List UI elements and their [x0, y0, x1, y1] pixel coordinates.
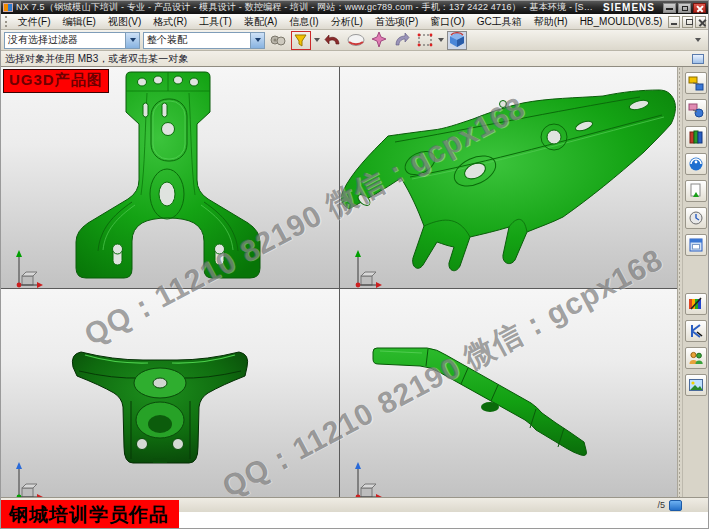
window-title: NX 7.5（钢城模山下培训 - 专业 - 产品设计 - 模具设计 - 数控编程… [16, 1, 599, 14]
snap-point-icon[interactable] [268, 31, 288, 50]
class-selection-icon[interactable] [291, 31, 311, 50]
part-navigator-icon[interactable] [685, 126, 707, 148]
status-page-indicator: /5 [657, 500, 665, 510]
chevron-down-icon[interactable] [125, 33, 139, 48]
toolbar-options-icon[interactable] [695, 38, 701, 42]
menu-hb-mould[interactable]: HB_MOULD(V8.5) [574, 15, 669, 28]
internet-explorer-icon[interactable] [685, 153, 707, 175]
nx-application-window: NX 7.5（钢城模山下培训 - 专业 - 产品设计 - 模具设计 - 数控编程… [0, 0, 709, 529]
menu-information[interactable]: 信息(I) [283, 14, 324, 30]
history-icon[interactable] [685, 207, 707, 229]
undo-icon[interactable] [323, 31, 343, 50]
viewport-grid: QQ：11210 82190 微信：gcpx168 QQ：11210 82190… [1, 67, 677, 497]
viewport-isometric[interactable] [340, 67, 677, 288]
menu-format[interactable]: 格式(R) [147, 14, 193, 30]
resource-bar [683, 67, 708, 497]
child-restore-icon[interactable] [682, 16, 693, 28]
type-filter-value: 没有选择过滤器 [5, 33, 125, 47]
selection-scope-combo[interactable]: 整个装配 [143, 32, 265, 49]
nx-app-icon [3, 3, 13, 12]
menu-view[interactable]: 视图(V) [102, 14, 147, 30]
model-top-view[interactable] [1, 289, 339, 497]
chevron-down-icon[interactable] [438, 38, 444, 42]
menu-analysis[interactable]: 分析(L) [325, 14, 369, 30]
restore-icon[interactable] [678, 3, 691, 13]
nx-tray-icon[interactable] [669, 500, 682, 511]
dialog-rail-icon[interactable] [692, 54, 704, 64]
csys-triad-icon [9, 247, 45, 288]
reuse-library-icon[interactable] [685, 180, 707, 202]
child-close-icon[interactable] [695, 16, 706, 28]
menu-assemblies[interactable]: 装配(A) [238, 14, 283, 30]
constraint-navigator-icon[interactable] [685, 99, 707, 121]
menu-file[interactable]: 文件(F) [12, 14, 57, 30]
csys-triad-icon [9, 459, 45, 497]
cue-text: 选择对象并使用 MB3，或者双击某一对象 [5, 52, 692, 66]
menu-gc-toolbox[interactable]: GC工具箱 [471, 14, 528, 30]
csys-triad-icon [348, 247, 384, 288]
system-scenes-icon[interactable] [685, 234, 707, 256]
rectangle-select-icon[interactable] [415, 31, 435, 50]
close-icon[interactable] [693, 3, 706, 13]
bent-arrow-icon[interactable] [392, 31, 412, 50]
viewport-side[interactable] [340, 289, 677, 497]
menu-window[interactable]: 窗口(O) [424, 14, 470, 30]
palette-icon[interactable] [685, 293, 707, 315]
annotation-student-work-label: 钢城培训学员作品 [1, 500, 179, 529]
child-minimize-icon[interactable] [668, 16, 679, 28]
minimize-icon[interactable] [663, 3, 676, 13]
assembly-navigator-icon[interactable] [685, 72, 707, 94]
menu-edit[interactable]: 编辑(E) [57, 14, 102, 30]
model-isometric-view[interactable] [340, 67, 677, 288]
model-front-view[interactable] [1, 67, 339, 288]
annotation-ug3d-label: UG3D产品图 [3, 69, 109, 93]
selection-toolbar: 没有选择过滤器 整个装配 [1, 30, 708, 51]
viewport-top[interactable] [1, 289, 339, 497]
graphics-area: QQ：11210 82190 微信：gcpx168 QQ：11210 82190… [1, 67, 708, 497]
customize-icon[interactable] [685, 320, 707, 342]
cue-line: 选择对象并使用 MB3，或者双击某一对象 [1, 51, 708, 67]
erase-icon[interactable] [346, 31, 366, 50]
menu-bar: 文件(F) 编辑(E) 视图(V) 格式(R) 工具(T) 装配(A) 信息(I… [1, 14, 708, 30]
menu-help[interactable]: 帮助(H) [528, 14, 574, 30]
roles-icon[interactable] [685, 347, 707, 369]
visualization-image-icon[interactable] [685, 374, 707, 396]
siemens-logo: SIEMENS [603, 2, 655, 13]
chevron-down-icon[interactable] [314, 38, 320, 42]
menu-preferences[interactable]: 首选项(P) [369, 14, 424, 30]
type-filter-combo[interactable]: 没有选择过滤器 [4, 32, 140, 49]
selection-scope-value: 整个装配 [144, 33, 250, 47]
csys-triad-icon [348, 459, 384, 497]
shaded-view-icon[interactable] [447, 31, 467, 50]
viewport-front[interactable] [1, 67, 339, 288]
fit-view-icon[interactable] [369, 31, 389, 50]
title-bar: NX 7.5（钢城模山下培训 - 专业 - 产品设计 - 模具设计 - 数控编程… [1, 1, 708, 14]
chevron-down-icon[interactable] [250, 33, 264, 48]
menu-tools[interactable]: 工具(T) [193, 14, 238, 30]
model-side-view[interactable] [340, 289, 677, 497]
menu-grip[interactable] [5, 16, 8, 27]
